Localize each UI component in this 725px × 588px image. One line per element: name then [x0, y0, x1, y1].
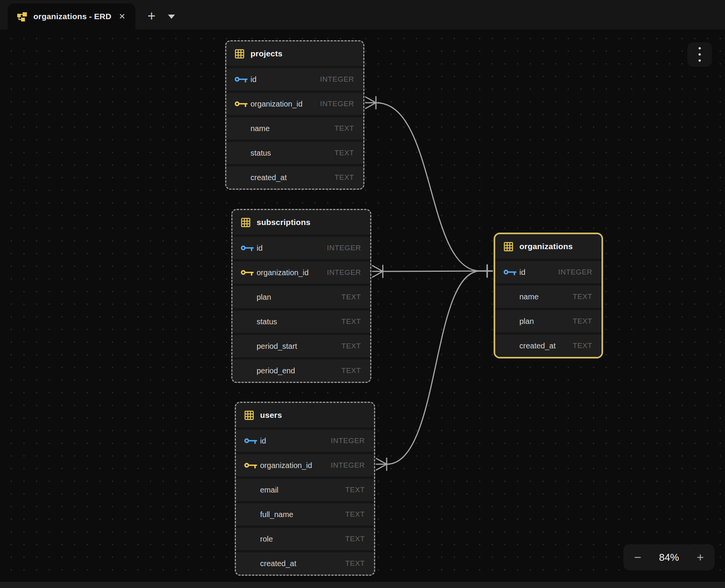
table-row: period_end TEXT	[232, 357, 370, 382]
column-type: TEXT	[341, 293, 361, 301]
column-type: INTEGER	[327, 268, 361, 277]
column-type: TEXT	[573, 292, 592, 301]
column-type: TEXT	[341, 366, 361, 375]
table-grid-icon	[503, 241, 519, 252]
zoom-level-label: 84%	[659, 552, 679, 563]
column-name: created_at	[519, 342, 556, 350]
table-node-subscriptions[interactable]: subscriptions id INTEGER organization_id…	[231, 209, 371, 383]
column-name: full_name	[260, 510, 293, 519]
primary-key-icon	[241, 245, 257, 252]
tab-title: organizations - ERD	[33, 12, 116, 21]
table-title: projects	[250, 49, 282, 58]
table-node-organizations[interactable]: organizations id INTEGER name TEXT plan …	[494, 233, 603, 358]
table-header: organizations	[495, 234, 601, 259]
foreign-key-icon	[234, 100, 250, 108]
primary-key-icon	[234, 76, 250, 83]
column-type: TEXT	[334, 173, 354, 182]
column-name: name	[519, 292, 539, 301]
column-type: TEXT	[345, 559, 365, 568]
column-name: id	[257, 244, 263, 253]
close-tab-icon[interactable]: ✕	[116, 10, 128, 23]
column-type: TEXT	[341, 342, 361, 350]
zoom-control: − 84% +	[623, 544, 715, 570]
tab-organizations-erd[interactable]: organizations - ERD ✕	[8, 3, 135, 30]
key-icon	[241, 245, 255, 252]
kebab-dot	[699, 47, 701, 49]
table-row: id INTEGER	[232, 235, 370, 259]
table-row: name TEXT	[495, 283, 601, 308]
column-name: name	[250, 124, 270, 133]
table-rows: id INTEGER organization_id INTEGER name …	[226, 66, 363, 189]
table-node-projects[interactable]: projects id INTEGER organization_id INTE…	[225, 40, 364, 190]
table-row: role TEXT	[236, 526, 374, 550]
column-type: TEXT	[341, 317, 361, 326]
new-tab-button[interactable]: +	[143, 8, 160, 25]
column-type: TEXT	[345, 510, 365, 519]
tab-bar: organizations - ERD ✕ +	[0, 0, 725, 30]
more-options-button[interactable]	[687, 42, 712, 67]
column-type: INTEGER	[320, 75, 354, 84]
key-icon	[244, 437, 258, 445]
table-row: organization_id INTEGER	[236, 452, 374, 476]
table-row: id INTEGER	[236, 427, 374, 452]
column-type: INTEGER	[327, 244, 361, 252]
column-type: INTEGER	[331, 437, 365, 445]
bottom-edge-strip	[0, 582, 725, 588]
table-row: plan TEXT	[232, 284, 370, 308]
table-rows: id INTEGER organization_id INTEGER plan …	[232, 235, 370, 382]
table-row: id INTEGER	[226, 66, 363, 90]
column-name: id	[519, 268, 526, 277]
key-icon	[234, 100, 249, 108]
column-type: INTEGER	[320, 100, 354, 108]
column-type: INTEGER	[331, 461, 365, 470]
table-row: id INTEGER	[495, 259, 601, 283]
table-grid-icon	[244, 410, 260, 420]
primary-key-icon	[244, 437, 260, 445]
column-name: id	[260, 437, 266, 445]
table-row: email TEXT	[236, 476, 374, 501]
zoom-in-button[interactable]: +	[697, 551, 704, 563]
column-name: status	[257, 317, 277, 326]
table-title: subscriptions	[257, 218, 310, 227]
column-name: role	[260, 535, 273, 544]
column-name: created_at	[250, 173, 287, 182]
foreign-key-icon	[241, 269, 257, 276]
table-title: organizations	[519, 242, 573, 251]
column-name: plan	[257, 293, 271, 302]
table-title: users	[260, 411, 282, 420]
zoom-out-button[interactable]: −	[634, 551, 641, 563]
chevron-down-icon[interactable]	[168, 15, 175, 19]
table-row: created_at TEXT	[236, 550, 374, 575]
table-row: name TEXT	[226, 115, 363, 140]
table-row: period_start TEXT	[232, 333, 370, 357]
table-node-users[interactable]: users id INTEGER organization_id INTEGER…	[235, 402, 375, 576]
column-name: plan	[519, 317, 534, 326]
column-type: TEXT	[573, 342, 592, 350]
table-row: status TEXT	[226, 140, 363, 164]
key-icon	[241, 269, 255, 276]
table-row: full_name TEXT	[236, 501, 374, 526]
column-type: TEXT	[345, 486, 365, 494]
table-row: created_at TEXT	[226, 164, 363, 189]
table-row: status TEXT	[232, 308, 370, 333]
key-icon	[244, 462, 258, 469]
table-rows: id INTEGER name TEXT plan TEXT created_a…	[495, 259, 601, 357]
column-name: organization_id	[257, 268, 309, 277]
column-name: organization_id	[250, 100, 303, 108]
column-type: TEXT	[573, 317, 592, 325]
table-row: organization_id INTEGER	[232, 259, 370, 284]
table-row: created_at TEXT	[495, 332, 601, 357]
column-type: TEXT	[345, 535, 365, 543]
table-rows: id INTEGER organization_id INTEGER email…	[236, 427, 374, 575]
kebab-dot	[699, 59, 701, 62]
column-type: INTEGER	[558, 268, 592, 276]
column-name: organization_id	[260, 461, 312, 470]
primary-key-icon	[503, 269, 519, 276]
table-header: subscriptions	[232, 210, 370, 235]
erd-schema-icon	[17, 11, 27, 22]
key-icon	[503, 269, 517, 276]
table-grid-icon	[241, 217, 257, 228]
key-icon	[234, 76, 249, 83]
column-name: period_end	[257, 366, 295, 375]
kebab-dot	[699, 53, 701, 56]
